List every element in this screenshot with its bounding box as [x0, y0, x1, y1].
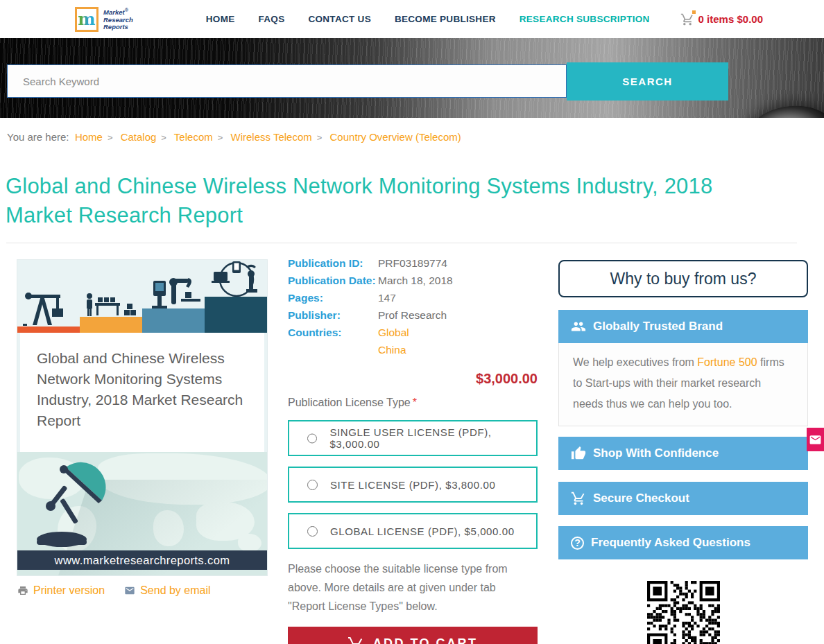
- product-page: m Market® Research Reports HOME FAQS CON…: [0, 0, 824, 644]
- cart-link[interactable]: 0 items $0.00: [680, 12, 763, 26]
- breadcrumb-separator: >: [317, 132, 323, 143]
- country-link-global[interactable]: Global: [378, 327, 409, 339]
- breadcrumb: You are here: Home> Catalog> Telecom> Wi…: [7, 131, 461, 143]
- license-option-label: SINGLE USER LICENSE (PDF), $3,000.00: [329, 426, 536, 450]
- breadcrumb-separator: >: [161, 132, 166, 143]
- shop-with-confidence-bar[interactable]: Shop With Confidence: [558, 437, 808, 470]
- publisher-value: Prof Research: [378, 309, 447, 322]
- detail-row-publication-date: Publication Date: March 18, 2018: [288, 275, 538, 292]
- add-to-cart-label: ADD TO CART: [372, 636, 477, 644]
- detail-row-pages: Pages: 147: [288, 292, 538, 309]
- search-button[interactable]: SEARCH: [567, 62, 728, 101]
- nav-item-research-subscription[interactable]: RESEARCH SUBSCRIPTION: [520, 14, 650, 24]
- license-option-global[interactable]: GLOBAL LICENSE (PDF), $5,000.00: [288, 513, 538, 549]
- send-by-email-link[interactable]: Send by email: [124, 584, 210, 597]
- users-icon: [571, 319, 586, 334]
- detail-label: Publication ID:: [288, 257, 378, 270]
- globally-trusted-brand-bar[interactable]: Globally Trusted Brand: [558, 310, 808, 343]
- license-option-site[interactable]: SITE LICENSE (PDF), $3,800.00: [288, 467, 538, 503]
- publication-details: Publication ID: PRF03189774 Publication …: [288, 257, 538, 644]
- detail-row-publisher: Publisher: Prof Research: [288, 309, 538, 327]
- search-form: SEARCH: [0, 38, 824, 118]
- printer-icon: [17, 585, 28, 596]
- publication-id-value: PRF03189774: [378, 257, 447, 270]
- cover-actions: Printer version Send by email: [17, 584, 211, 597]
- trusted-brand-description: We help executives from Fortune 500 firm…: [558, 343, 808, 426]
- iot-devices-icon: [212, 260, 257, 293]
- cart-items-badge: [692, 10, 696, 14]
- detail-label: Pages:: [288, 292, 378, 304]
- breadcrumb-prefix: You are here:: [7, 131, 69, 143]
- secure-checkout-label: Secure Checkout: [593, 491, 689, 505]
- price: $3,000.00: [288, 371, 538, 387]
- search-input[interactable]: [7, 64, 567, 98]
- title-divider: [6, 243, 797, 243]
- nav-item-become-publisher[interactable]: BECOME PUBLISHER: [395, 14, 496, 24]
- license-radio-global[interactable]: [307, 526, 318, 537]
- qr-code: [647, 581, 720, 644]
- breadcrumb-home[interactable]: Home: [75, 131, 103, 143]
- nav-item-contact-us[interactable]: CONTACT US: [308, 14, 371, 24]
- cart-count-text: 0 items $0.00: [698, 13, 763, 25]
- license-option-single-user[interactable]: SINGLE USER LICENSE (PDF), $3,000.00: [288, 420, 538, 456]
- breadcrumb-country-overview[interactable]: Country Overview (Telecom): [330, 131, 461, 143]
- report-cover-image: Global and Chinese Wireless Network Moni…: [17, 260, 267, 575]
- cart-icon: [680, 12, 694, 26]
- detail-row-publication-id: Publication ID: PRF03189774: [288, 257, 538, 275]
- contact-email-tab[interactable]: [807, 428, 824, 451]
- desk-lamp-icon: [30, 458, 120, 557]
- breadcrumb-separator: >: [218, 132, 223, 143]
- robot-arm-icon: [152, 278, 200, 308]
- license-type-label: Publication License Type*: [288, 397, 538, 409]
- license-note: Please choose the suitable license type …: [288, 559, 532, 616]
- envelope-icon: [809, 433, 822, 446]
- detail-label: Countries:: [288, 327, 378, 339]
- oil-pump-icon: [23, 293, 63, 326]
- license-radio-site[interactable]: [307, 480, 318, 490]
- shop-with-confidence-label: Shop With Confidence: [593, 446, 719, 460]
- cart-icon: [571, 491, 586, 506]
- email-icon: [124, 585, 135, 596]
- detail-label: Publication Date:: [288, 275, 378, 287]
- logo-brand-text: Market® Research Reports: [103, 7, 133, 31]
- fortune-500-link[interactable]: Fortune 500: [697, 356, 757, 368]
- publication-date-value: March 18, 2018: [378, 275, 453, 287]
- send-by-email-label: Send by email: [140, 584, 210, 597]
- registered-mark: ®: [125, 8, 128, 12]
- country-link-china[interactable]: China: [378, 344, 406, 356]
- cover-title-card: Global and Chinese Wireless Network Moni…: [20, 333, 264, 452]
- printer-version-link[interactable]: Printer version: [17, 584, 105, 597]
- breadcrumb-telecom[interactable]: Telecom: [174, 131, 213, 143]
- site-header: m Market® Research Reports HOME FAQS CON…: [0, 0, 824, 38]
- detail-row-country-china: China: [288, 344, 538, 361]
- page-title: Global and Chinese Wireless Network Moni…: [6, 172, 782, 230]
- breadcrumb-wireless-telecom[interactable]: Wireless Telecom: [230, 131, 311, 143]
- license-option-label: SITE LICENSE (PDF), $3,800.00: [330, 479, 495, 491]
- breadcrumb-separator: >: [108, 132, 113, 143]
- cover-title-text: Global and Chinese Wireless Network Moni…: [37, 348, 250, 431]
- left-column: Global and Chinese Wireless Network Moni…: [17, 260, 267, 575]
- faq-bar[interactable]: ? Frequently Asked Questions: [558, 526, 808, 559]
- site-logo[interactable]: m Market® Research Reports: [75, 7, 133, 32]
- license-radio-single-user[interactable]: [307, 433, 317, 444]
- sidebar: Why to buy from us? Globally Trusted Bra…: [558, 260, 808, 644]
- detail-row-countries: Countries: Global: [288, 327, 538, 344]
- pages-value: 147: [378, 292, 396, 304]
- printer-version-label: Printer version: [33, 584, 105, 597]
- cart-icon: [347, 636, 364, 644]
- logo-m-icon: m: [75, 7, 98, 32]
- nav-item-faqs[interactable]: FAQS: [258, 14, 284, 24]
- thumbs-up-icon: [571, 446, 586, 461]
- nav-item-home[interactable]: HOME: [206, 14, 235, 24]
- add-to-cart-button[interactable]: ADD TO CART: [288, 627, 538, 644]
- breadcrumb-catalog[interactable]: Catalog: [121, 131, 157, 143]
- secure-checkout-bar[interactable]: Secure Checkout: [558, 482, 808, 515]
- why-to-buy-heading: Why to buy from us?: [558, 260, 808, 297]
- globally-trusted-brand-label: Globally Trusted Brand: [593, 320, 723, 333]
- industry-illustration: [17, 260, 267, 333]
- main-nav: HOME FAQS CONTACT US BECOME PUBLISHER RE…: [206, 14, 650, 24]
- license-option-label: GLOBAL LICENSE (PDF), $5,000.00: [330, 525, 515, 537]
- worker-conveyor-icon: [87, 293, 136, 316]
- cover-site-url: www.marketresearchreports.com: [17, 550, 267, 570]
- question-icon: ?: [571, 537, 584, 550]
